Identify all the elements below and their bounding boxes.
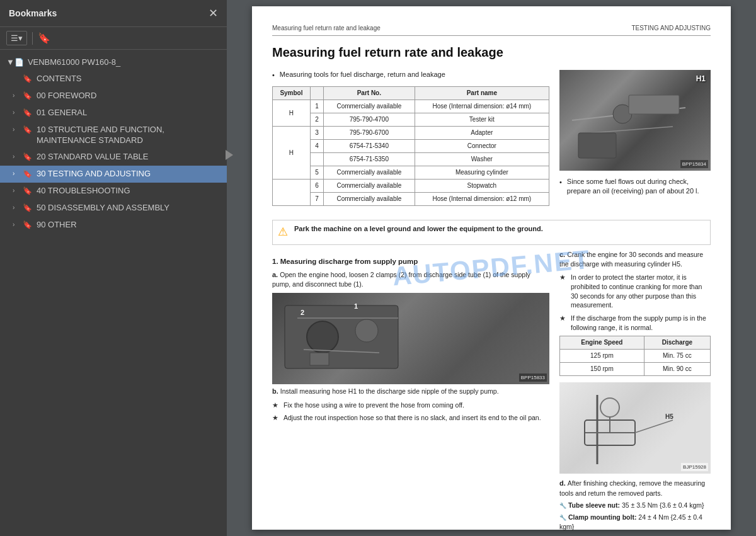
bullet-dot-1: •	[272, 71, 275, 80]
table-cell-partname-1: Hose (Internal dimension: ø14 mm)	[415, 100, 549, 113]
table-cell-partno-4b: 6754-71-5350	[323, 153, 415, 166]
table-image-section: • Measuring tools for fuel discharge, re…	[272, 70, 711, 212]
svg-point-7	[355, 319, 378, 342]
sidebar-item-structure[interactable]: › 🔖 10 STRUCTURE AND FUNCTION, MAINTENAN…	[0, 122, 227, 149]
parts-table: Symbol Part No. Part name H 1 Commercial…	[272, 86, 549, 206]
torque2-section: 🔧 Clamp mounting bolt: 24 ± 4 Nm {2.45 ±…	[559, 513, 711, 531]
standard-value-arrow: ›	[13, 153, 21, 160]
image-h1-svg	[559, 70, 711, 171]
step1-left: 1. Measuring discharge from supply pump …	[272, 250, 549, 534]
bullet-dot-2: •	[559, 178, 562, 197]
sidebar-toolbar: ☰▾ 🔖	[0, 27, 227, 50]
contents-bookmark-icon: 🔖	[23, 74, 33, 83]
step1-section: 1. Measuring discharge from supply pump …	[272, 250, 711, 534]
table-cell-num-6: 6	[310, 180, 323, 193]
svg-point-16	[600, 398, 619, 417]
sidebar-item-troubleshooting[interactable]: › 🔖 40 TROUBLESHOOTING	[0, 183, 227, 200]
image-h5-svg: H5	[559, 382, 711, 474]
other-arrow: ›	[13, 221, 21, 228]
sidebar-item-foreword-label: 00 FOREWORD	[37, 91, 220, 101]
sidebar-item-foreword[interactable]: › 🔖 00 FOREWORD	[0, 88, 227, 105]
speed-val-1: 125 rpm	[560, 350, 644, 363]
sidebar-item-general[interactable]: › 🔖 01 GENERAL	[0, 105, 227, 122]
foreword-arrow: ›	[13, 92, 21, 99]
discharge-col-header: Discharge	[644, 336, 710, 350]
root-expand-arrow: ▼	[6, 57, 14, 67]
note2-text: If the discharge from the supply pump is…	[571, 314, 711, 332]
disassembly-arrow: ›	[13, 204, 21, 211]
troubleshooting-arrow: ›	[13, 187, 21, 194]
sidebar-item-contents-label: CONTENTS	[37, 74, 220, 84]
image-h1: H1 BPP15834	[559, 70, 711, 171]
speed-row-1: 125 rpm Min. 75 cc	[560, 350, 711, 363]
svg-rect-10	[310, 353, 329, 365]
standard-value-bookmark-icon: 🔖	[23, 152, 33, 161]
warning-triangle-icon: ⚠	[278, 224, 290, 240]
sidebar-item-contents[interactable]: 🔖 CONTENTS	[0, 71, 227, 88]
table-cell-partname-4a: Connector	[415, 140, 549, 153]
note2: ★ If the discharge from the supply pump …	[559, 314, 711, 332]
testing-bookmark-icon: 🔖	[23, 169, 33, 178]
fix-hose-note: ★ Fix the hose using a wire to prevent t…	[272, 401, 549, 410]
warning-box: ⚠ Park the machine on a level ground and…	[272, 220, 711, 244]
sidebar-close-button[interactable]: ✕	[209, 6, 218, 20]
svg-text:2: 2	[301, 309, 304, 316]
note1: ★ In order to protect the starter motor,…	[559, 273, 711, 310]
table-row: 7 Commercially available Hose (Internal …	[273, 193, 549, 206]
adjust-note: ★ Adjust the rout inspection hose so tha…	[272, 413, 549, 423]
star-icon-2: ★	[272, 413, 280, 423]
sidebar-root-item[interactable]: ▼ 📄 VENBM61000 PW160-8_	[0, 54, 227, 71]
torque1-value: 35 ± 3.5 Nm {3.6 ± 0.4 kgm}	[622, 501, 704, 509]
bullet-1: • Measuring tools for fuel discharge, re…	[272, 70, 549, 80]
star-icon-4: ★	[559, 314, 567, 332]
sidebar-tree: ▼ 📄 VENBM61000 PW160-8_ 🔖 CONTENTS › 🔖 0…	[0, 50, 227, 536]
torque2-label: Clamp mounting bolt:	[568, 513, 636, 521]
general-bookmark-icon: 🔖	[23, 108, 33, 117]
table-cell-partname-5: Measuring cylinder	[415, 166, 549, 180]
table-cell-partno-7: Commercially available	[323, 193, 415, 206]
bullet-1-text: Measuring tools for fuel discharge, retu…	[280, 70, 445, 80]
contents-arrow	[13, 75, 21, 82]
svg-rect-4	[629, 95, 679, 114]
general-arrow: ›	[13, 109, 21, 116]
main-content-area[interactable]: AUTOPDF.NET Measuring fuel return rate a…	[227, 0, 756, 536]
sidebar-item-other[interactable]: › 🔖 90 OTHER	[0, 217, 227, 234]
table-cell-num-4a: 4	[310, 140, 323, 153]
sidebar-item-general-label: 01 GENERAL	[37, 108, 220, 118]
table-cell-partname-4b: Washer	[415, 153, 549, 166]
table-col-symbol: Symbol	[273, 87, 311, 100]
svg-line-18	[635, 420, 673, 433]
sidebar-item-other-label: 90 OTHER	[37, 220, 220, 231]
table-cell-partname-6: Stopwatch	[415, 180, 549, 193]
table-cell-partname-3: Adapter	[415, 127, 549, 140]
bookmark-button[interactable]: 🔖	[38, 32, 50, 44]
table-section: • Measuring tools for fuel discharge, re…	[272, 70, 549, 212]
table-cell-partno-6: Commercially available	[323, 180, 415, 193]
table-row: H 3 795-790-6700 Adapter	[273, 127, 549, 140]
sidebar-header: Bookmarks ✕	[0, 0, 227, 27]
wrench-icon-1: 🔧	[559, 503, 566, 509]
table-cell-symbol-h2: H	[273, 127, 311, 180]
step-b-section: b. Install measuring hose H1 to the disc…	[272, 387, 549, 396]
step-a-text: Open the engine hood, loosen 2 clamps (2…	[272, 271, 530, 288]
table-cell-num-3: 3	[310, 127, 323, 140]
wrench-icon-2: 🔧	[559, 515, 566, 521]
step-c-text: Crank the engine for 30 seconds and meas…	[559, 251, 703, 268]
step-b-label: b.	[272, 387, 280, 395]
page-header: Measuring fuel return rate and leakage T…	[272, 24, 711, 36]
sidebar-item-standard-value-label: 20 STANDARD VALUE TABLE	[37, 152, 220, 163]
list-view-button[interactable]: ☰▾	[6, 31, 27, 45]
testing-arrow: ›	[13, 170, 21, 177]
table-cell-partname-7: Hose (Internal dimension: ø12 mm)	[415, 193, 549, 206]
table-row: H 1 Commercially available Hose (Interna…	[273, 100, 549, 113]
step-b-text: Install measuring hose H1 to the dischar…	[280, 387, 499, 395]
image-h5-caption: BJP15928	[681, 463, 708, 471]
root-item-label: VENBM61000 PW160-8_	[28, 57, 120, 67]
sidebar-item-testing[interactable]: › 🔖 30 TESTING AND ADJUSTING	[0, 166, 227, 183]
table-cell-num-7: 7	[310, 193, 323, 206]
speed-row-2: 150 rpm Min. 90 cc	[560, 363, 711, 376]
page-container: AUTOPDF.NET Measuring fuel return rate a…	[252, 6, 731, 530]
svg-text:H5: H5	[665, 413, 673, 420]
sidebar-item-standard-value[interactable]: › 🔖 20 STANDARD VALUE TABLE	[0, 149, 227, 166]
sidebar-item-disassembly[interactable]: › 🔖 50 DISASSEMBLY AND ASSEMBLY	[0, 200, 227, 217]
